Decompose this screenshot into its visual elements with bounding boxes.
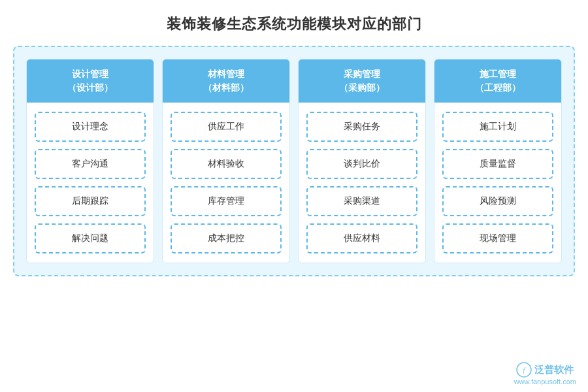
page-wrapper: 装饰装修生态系统功能模块对应的部门 设计管理（设计部）设计理念客户沟通后期跟踪解… xyxy=(0,0,588,392)
col-header-material: 材料管理（材料部） xyxy=(163,59,289,103)
watermark-logo: f 泛普软件 xyxy=(516,362,574,378)
item-design-2: 后期跟踪 xyxy=(35,186,146,216)
item-purchase-2: 采购渠道 xyxy=(306,186,417,216)
col-header-purchase: 采购管理（采购部） xyxy=(299,59,425,103)
col-items-material: 供应工作材料验收库存管理成本把控 xyxy=(163,103,289,263)
item-purchase-1: 谈判比价 xyxy=(306,149,417,179)
item-construction-3: 现场管理 xyxy=(442,223,553,253)
item-construction-2: 风险预测 xyxy=(442,186,553,216)
watermark-icon: f xyxy=(516,362,532,378)
item-material-2: 库存管理 xyxy=(171,186,282,216)
item-construction-1: 质量监督 xyxy=(442,149,553,179)
item-design-0: 设计理念 xyxy=(35,112,146,142)
column-material: 材料管理（材料部）供应工作材料验收库存管理成本把控 xyxy=(162,59,290,263)
watermark-url: www.fanpusoft.com xyxy=(514,378,576,385)
watermark-brand: 泛普软件 xyxy=(534,364,574,376)
column-construction: 施工管理（工程部）施工计划质量监督风险预测现场管理 xyxy=(434,59,562,263)
col-items-design: 设计理念客户沟通后期跟踪解决问题 xyxy=(27,103,154,263)
svg-text:f: f xyxy=(523,367,526,374)
outer-container: 设计管理（设计部）设计理念客户沟通后期跟踪解决问题材料管理（材料部）供应工作材料… xyxy=(13,46,575,276)
item-purchase-0: 采购任务 xyxy=(306,112,417,142)
item-design-1: 客户沟通 xyxy=(35,149,146,179)
columns-wrapper: 设计管理（设计部）设计理念客户沟通后期跟踪解决问题材料管理（材料部）供应工作材料… xyxy=(26,59,562,263)
col-header-design: 设计管理（设计部） xyxy=(27,59,154,103)
item-construction-0: 施工计划 xyxy=(442,112,553,142)
page-title: 装饰装修生态系统功能模块对应的部门 xyxy=(167,14,422,34)
item-material-0: 供应工作 xyxy=(171,112,282,142)
col-items-purchase: 采购任务谈判比价采购渠道供应材料 xyxy=(299,103,425,263)
column-purchase: 采购管理（采购部）采购任务谈判比价采购渠道供应材料 xyxy=(298,59,426,263)
col-items-construction: 施工计划质量监督风险预测现场管理 xyxy=(434,103,561,263)
item-design-3: 解决问题 xyxy=(35,223,146,253)
col-header-construction: 施工管理（工程部） xyxy=(434,59,561,103)
item-purchase-3: 供应材料 xyxy=(306,223,417,253)
item-material-1: 材料验收 xyxy=(171,149,282,179)
item-material-3: 成本把控 xyxy=(171,223,282,253)
watermark: f 泛普软件 www.fanpusoft.com xyxy=(514,362,576,385)
column-design: 设计管理（设计部）设计理念客户沟通后期跟踪解决问题 xyxy=(26,59,154,263)
